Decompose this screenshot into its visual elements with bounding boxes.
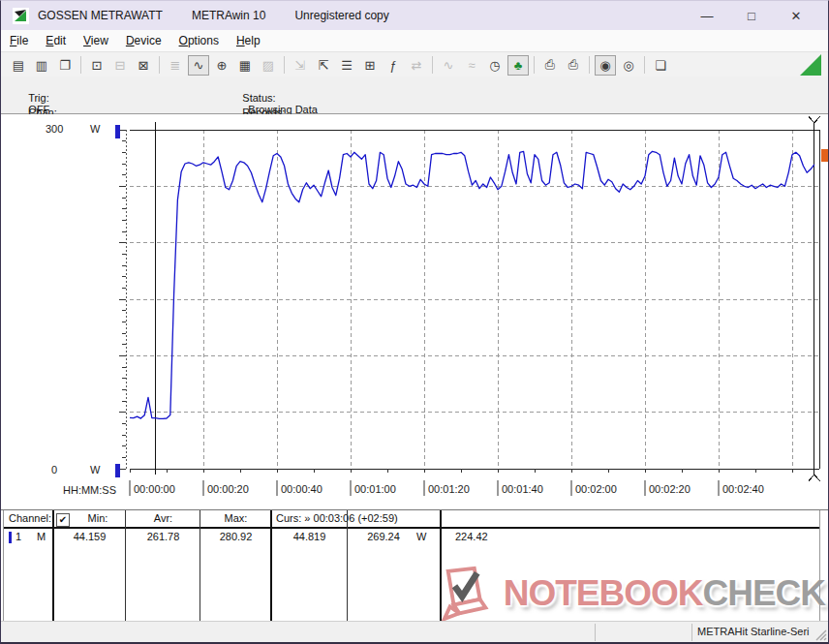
app-icon — [13, 8, 29, 24]
edge-artifact — [821, 149, 829, 162]
bars-display-icon: ▨ — [258, 55, 279, 76]
min-value: 44.159 — [54, 531, 125, 542]
print-icon[interactable]: ⎙ — [563, 55, 584, 76]
x-tick-label: 00:00:20 — [207, 483, 249, 495]
status-bar: METRAHit Starline-Seri — [1, 621, 828, 643]
max-header: Max: — [201, 512, 270, 524]
table-divider — [3, 510, 4, 622]
x-tick-label: 00:01:00 — [354, 483, 396, 495]
curve-display-icon[interactable]: ∿ — [188, 55, 209, 76]
toolbar-separator — [80, 56, 81, 74]
menu-bar: FileEditViewDeviceOptionsHelp — [1, 30, 828, 51]
channel-marker-bottom — [115, 464, 120, 477]
min-header: Min: — [71, 512, 125, 524]
zoom-curve-icon[interactable]: ◉ — [595, 55, 616, 76]
x-tick-label: 00:02:20 — [649, 483, 691, 495]
chart-panel: 00:00:0000:00:2000:00:4000:01:0000:01:20… — [1, 114, 828, 509]
menu-device[interactable]: Device — [117, 32, 170, 49]
open-icon[interactable]: ❐ — [54, 55, 76, 76]
numeric-display-icon: ≣ — [165, 55, 186, 76]
wave-low-icon: ∿ — [438, 55, 459, 76]
max-value: 280.92 — [201, 531, 270, 542]
timer-icon[interactable]: ◷ — [484, 55, 506, 76]
x-tick-label: 00:01:20 — [428, 483, 470, 495]
status-panel: Trig: OFF Chan: 123456789 Status: Browsi… — [1, 77, 828, 114]
close-button[interactable]: ✕ — [774, 9, 818, 23]
title-bar: GOSSEN METRAWATT METRAwin 10 Unregistere… — [1, 1, 828, 30]
table-divider — [52, 510, 54, 622]
y-unit-top: W — [90, 123, 100, 135]
menu-view[interactable]: View — [75, 32, 117, 49]
x-axis-ticks: 00:00:0000:00:2000:00:4000:01:0000:01:20… — [130, 480, 764, 496]
table-divider — [819, 510, 820, 622]
toolbar-separator — [284, 56, 285, 74]
x-tick-label: 00:00:00 — [134, 483, 175, 495]
minimize-button[interactable]: — — [685, 9, 729, 23]
channel-visibility-checkbox[interactable]: ✔ — [56, 513, 70, 527]
sync-device-icon: ⇄ — [406, 55, 427, 76]
x-tick-label: 00:00:40 — [281, 483, 322, 495]
cursor-header: Curs: » 00:03:06 (+02:59) — [276, 512, 398, 524]
toolbar-separator — [589, 56, 590, 74]
toolbar-corner-triangle — [800, 54, 821, 76]
formula-icon[interactable]: ƒ — [383, 55, 404, 76]
memory-device-icon[interactable]: ⊠ — [133, 55, 154, 76]
notebookcheck-watermark: NOTEBOOK CHECK — [436, 566, 825, 622]
table-divider — [440, 510, 442, 622]
trigger-icon[interactable]: ♣ — [507, 55, 529, 76]
toolbar-separator — [644, 56, 645, 74]
x-axis-caption: HH:MM:SS — [63, 484, 116, 496]
toolbar: ▤▥❐⊡⊟⊠≣∿⊕▦▨⇲⇱☰⊞ƒ⇄∿≈◷♣⎙⎙◉◎❏ — [1, 51, 828, 78]
avr-value: 261.78 — [127, 531, 200, 542]
wave-high-icon: ≈ — [461, 55, 482, 76]
toolbar-separator — [432, 56, 433, 74]
statusbar-divider — [595, 624, 596, 641]
maximize-button[interactable]: □ — [729, 9, 774, 23]
cursor-stats-table: Channel: ✔ Min: Avr: Max: Curs: » 00:03:… — [1, 509, 828, 622]
power-chart[interactable]: 00:00:0000:00:2000:00:4000:01:0000:01:20… — [1, 114, 829, 509]
table-divider — [270, 510, 272, 622]
clear-device-icon: ⊟ — [109, 55, 131, 76]
watermark-notebook-text: NOTEBOOK — [504, 566, 703, 622]
y-max-label: 300 — [46, 123, 63, 135]
channel-header: Channel: — [9, 512, 51, 524]
screen-copy-icon[interactable]: ⊞ — [359, 55, 381, 76]
table-display-icon[interactable]: ▦ — [234, 55, 256, 76]
license-note: Unregistered copy — [294, 9, 388, 22]
x-tick-label: 00:01:40 — [502, 483, 543, 495]
x-tick-label: 00:02:40 — [722, 483, 764, 495]
y-unit-bottom: W — [90, 464, 100, 475]
zoom-icon[interactable]: ◎ — [618, 55, 639, 76]
cursor-unit: W — [416, 531, 426, 542]
save-icon[interactable]: ▤ — [8, 55, 29, 76]
resize-grip[interactable] — [814, 628, 827, 641]
notebookcheck-logo-icon — [436, 566, 500, 622]
menu-help[interactable]: Help — [228, 32, 269, 49]
toolbar-separator — [159, 56, 160, 74]
product-title: METRAwin 10 — [192, 9, 265, 22]
menu-edit[interactable]: Edit — [37, 32, 75, 49]
channel-row-marker — [9, 532, 12, 543]
toolbar-separator — [534, 56, 535, 74]
read-device-icon[interactable]: ⊡ — [86, 55, 107, 76]
y-min-label: 0 — [51, 464, 57, 475]
save-as-icon[interactable]: ▥ — [31, 55, 52, 76]
table-divider — [347, 510, 348, 622]
watermark-check-text: CHECK — [702, 566, 825, 622]
note-icon[interactable]: ❏ — [650, 55, 671, 76]
metrawin-window: GOSSEN METRAWATT METRAwin 10 Unregistere… — [0, 0, 829, 644]
cursor-delta-value: 224.42 — [455, 531, 488, 542]
statusbar-divider — [691, 624, 692, 641]
menu-file[interactable]: File — [1, 32, 37, 49]
power-curve — [130, 151, 814, 418]
export-save-icon[interactable]: ⇱ — [313, 55, 334, 76]
table-divider — [125, 510, 126, 622]
table-divider — [200, 510, 200, 622]
print-preview-icon[interactable]: ⎙ — [539, 55, 561, 76]
channel-marker-top — [115, 125, 120, 138]
export-list-icon[interactable]: ☰ — [336, 55, 357, 76]
cursor1-value: 44.819 — [272, 531, 347, 542]
menu-options[interactable]: Options — [170, 32, 228, 49]
channel-mode: M — [37, 531, 46, 542]
crosshair-display-icon[interactable]: ⊕ — [211, 55, 232, 76]
